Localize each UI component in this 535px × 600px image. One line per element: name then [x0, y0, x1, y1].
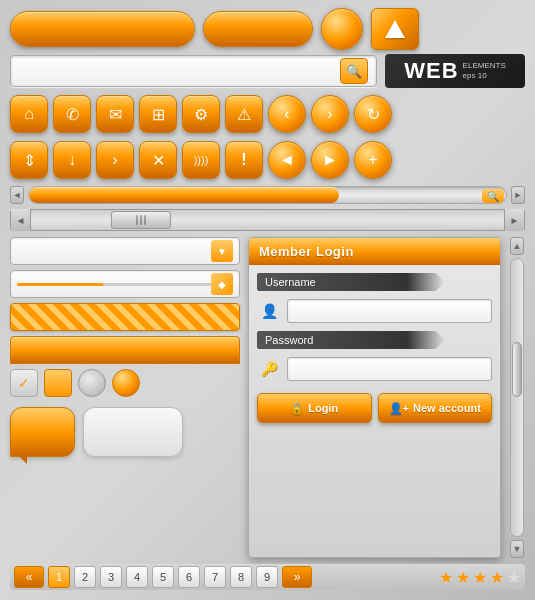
network-button[interactable]: ⊞ — [139, 95, 177, 133]
slider-track — [17, 283, 233, 286]
version-label: eps 10 — [463, 71, 506, 81]
star-1[interactable]: ★ — [439, 568, 453, 587]
striped-progress-bar — [10, 303, 240, 331]
icon-row-2: ⇕ ↓ › ✕ )))) ! ◄ ► + — [10, 140, 525, 180]
pagination-next[interactable]: » — [282, 566, 312, 588]
warning-button[interactable]: ⚠ — [225, 95, 263, 133]
star-rating: ★ ★ ★ ★ ★ — [439, 568, 521, 587]
slider-thumb[interactable]: ◆ — [211, 273, 233, 295]
login-header: Member Login — [249, 238, 500, 265]
search-input[interactable] — [19, 64, 334, 79]
button-row-1 — [10, 10, 525, 48]
scrollbar-grip — [136, 215, 146, 225]
right-button[interactable]: › — [96, 141, 134, 179]
phone-button[interactable]: ✆ — [53, 95, 91, 133]
page-5[interactable]: 5 — [152, 566, 174, 588]
form-controls: ✓ — [10, 369, 240, 397]
grip-line — [136, 215, 138, 225]
new-account-button[interactable]: 👤+ New account — [378, 393, 493, 423]
alert-button[interactable]: ! — [225, 141, 263, 179]
progress-bar-1: 🔍 — [28, 186, 507, 204]
scrollbar-left-arrow[interactable]: ◄ — [11, 209, 31, 231]
scroll-thumb[interactable] — [512, 342, 522, 397]
pill-button-wide[interactable] — [10, 11, 195, 47]
speech-bubble-orange — [10, 407, 75, 457]
wifi-button[interactable]: )))) — [182, 141, 220, 179]
login-button-label: Login — [308, 402, 338, 414]
triangle-button[interactable] — [371, 8, 419, 50]
pill-button-medium[interactable] — [203, 11, 313, 47]
pagination-row: « 1 2 3 4 5 6 7 8 9 » ★ ★ ★ ★ ★ — [10, 564, 525, 590]
progress-right-arrow[interactable]: ► — [511, 186, 525, 204]
chevron-right-button[interactable]: › — [311, 95, 349, 133]
page-6[interactable]: 6 — [178, 566, 200, 588]
star-3[interactable]: ★ — [473, 568, 487, 587]
progress-left-arrow[interactable]: ◄ — [10, 186, 24, 204]
login-buttons: 🔒 Login 👤+ New account — [257, 393, 492, 423]
settings-button[interactable]: ⚙ — [182, 95, 220, 133]
radio-orange[interactable] — [112, 369, 140, 397]
scrollbar-thumb[interactable] — [111, 211, 171, 229]
progress-search-btn[interactable]: 🔍 — [482, 189, 504, 203]
password-label: Password — [257, 331, 445, 349]
play-forward-button[interactable]: ► — [311, 141, 349, 179]
grip-line — [140, 215, 142, 225]
scrollbar-track: ◄ ► — [10, 209, 525, 231]
star-2[interactable]: ★ — [456, 568, 470, 587]
radio-silver[interactable] — [78, 369, 106, 397]
user-icon: 👤 — [257, 299, 281, 323]
play-back-button[interactable]: ◄ — [268, 141, 306, 179]
scroll-up-arrow[interactable]: ▲ — [510, 237, 524, 255]
tab-bar — [10, 336, 240, 364]
chevron-left-button[interactable]: ‹ — [268, 95, 306, 133]
page-7[interactable]: 7 — [204, 566, 226, 588]
key-icon: 🔑 — [257, 357, 281, 381]
down-button[interactable]: ↓ — [53, 141, 91, 179]
grip-line — [144, 215, 146, 225]
close-button[interactable]: ✕ — [139, 141, 177, 179]
refresh-button[interactable]: ↻ — [354, 95, 392, 133]
username-label: Username — [257, 273, 445, 291]
star-5[interactable]: ★ — [507, 568, 521, 587]
chat-bubbles — [10, 402, 240, 457]
page-1[interactable]: 1 — [48, 566, 70, 588]
home-button[interactable]: ⌂ — [10, 95, 48, 133]
slider[interactable]: ◆ — [10, 270, 240, 298]
dropdown[interactable]: ▼ — [10, 237, 240, 265]
login-button[interactable]: 🔒 Login — [257, 393, 372, 423]
triangle-up-icon — [385, 20, 405, 38]
updown-button[interactable]: ⇕ — [10, 141, 48, 179]
left-controls: ▼ ◆ ✓ — [10, 237, 240, 558]
web-elements-badge: WEB ELEMENTS eps 10 — [385, 54, 525, 88]
progress-section: ◄ 🔍 ► ◄ ► — [10, 186, 525, 231]
mail-button[interactable]: ✉ — [96, 95, 134, 133]
page-8[interactable]: 8 — [230, 566, 252, 588]
elements-label: ELEMENTS — [463, 61, 506, 71]
circle-button[interactable] — [321, 8, 363, 50]
page-9[interactable]: 9 — [256, 566, 278, 588]
icon-row-1: ⌂ ✆ ✉ ⊞ ⚙ ⚠ ‹ › ↻ — [10, 94, 525, 134]
checkbox[interactable]: ✓ — [10, 369, 38, 397]
add-user-icon: 👤+ — [389, 402, 409, 415]
web-label: WEB — [404, 58, 458, 84]
login-panel: Member Login Username 👤 Password 🔑 🔒 Log… — [248, 237, 501, 558]
pagination-prev[interactable]: « — [14, 566, 44, 588]
square-toggle[interactable] — [44, 369, 72, 397]
right-scrollbar: ▲ ▼ — [509, 237, 525, 558]
scrollbar-right-arrow[interactable]: ► — [504, 209, 524, 231]
plus-button[interactable]: + — [354, 141, 392, 179]
password-input[interactable] — [287, 357, 492, 381]
new-account-label: New account — [413, 402, 481, 414]
page-4[interactable]: 4 — [126, 566, 148, 588]
login-body: Username 👤 Password 🔑 🔒 Login 👤+ — [249, 265, 500, 557]
page-3[interactable]: 3 — [100, 566, 122, 588]
star-4[interactable]: ★ — [490, 568, 504, 587]
page-2[interactable]: 2 — [74, 566, 96, 588]
username-input[interactable] — [287, 299, 492, 323]
scroll-down-arrow[interactable]: ▼ — [510, 540, 524, 558]
progress-fill-1 — [29, 187, 339, 203]
search-button[interactable]: 🔍 — [340, 58, 368, 84]
bottom-section: ▼ ◆ ✓ — [10, 237, 525, 558]
search-bar: 🔍 — [10, 55, 377, 87]
password-input-row: 🔑 — [257, 355, 492, 383]
